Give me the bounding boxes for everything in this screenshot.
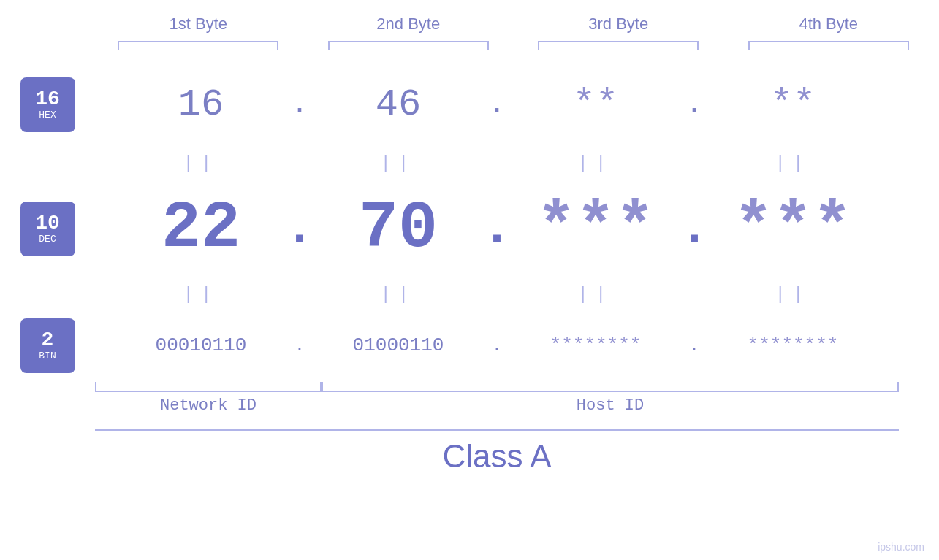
host-id-label: Host ID xyxy=(322,392,899,415)
bin-dot-1: . xyxy=(281,336,318,356)
hex-b4: ** xyxy=(770,83,816,126)
bin-b2: 01000110 xyxy=(353,334,444,356)
dec-dot-3: . xyxy=(676,200,712,258)
bin-badge-number: 2 xyxy=(42,330,54,350)
dec-data-row: 22 . 70 . *** . *** xyxy=(95,181,939,276)
pipe-2-b2: || xyxy=(318,285,479,304)
byte4-label: 4th Byte xyxy=(748,15,909,34)
dec-b2: 70 xyxy=(359,191,438,266)
hex-badge: 16 HEX xyxy=(20,77,75,132)
bin-b4: ******** xyxy=(748,334,839,356)
rows-wrapper: 16 HEX 10 DEC 2 BIN xyxy=(0,64,939,378)
bottom-brackets xyxy=(95,382,899,392)
bracket-1 xyxy=(118,41,278,50)
class-section: Class A xyxy=(95,429,899,475)
hex-b3: ** xyxy=(573,83,618,126)
pipe-1-b1: || xyxy=(121,153,281,173)
dec-badge-label: DEC xyxy=(39,234,56,245)
bin-badge: 2 BIN xyxy=(20,318,75,373)
pipe-2-b3: || xyxy=(515,285,676,304)
bin-dot-3: . xyxy=(676,336,712,356)
dec-b3: *** xyxy=(536,191,655,266)
hex-b1: 16 xyxy=(178,83,224,126)
bracket-4 xyxy=(748,41,909,50)
hex-dot-3: . xyxy=(676,88,712,121)
bin-b1: 00010110 xyxy=(156,334,247,356)
network-id-label: Network ID xyxy=(95,392,322,415)
dec-dot-1: . xyxy=(281,200,318,258)
hex-dot-1: . xyxy=(281,88,318,121)
hex-b2: 46 xyxy=(376,83,421,126)
right-col: 16 . 46 . ** . ** xyxy=(95,64,939,378)
byte1-label: 1st Byte xyxy=(118,15,278,34)
pipe-2-b1: || xyxy=(121,285,281,304)
hex-data-row: 16 . 46 . ** . ** xyxy=(95,64,939,145)
bracket-2 xyxy=(328,41,489,50)
bracket-3 xyxy=(538,41,699,50)
pipe-1-b3: || xyxy=(515,153,676,173)
header-row: 1st Byte 2nd Byte 3rd Byte 4th Byte xyxy=(94,15,934,34)
net-bracket xyxy=(95,382,322,392)
byte2-label: 2nd Byte xyxy=(328,15,489,34)
bin-dot-2: . xyxy=(479,336,515,356)
hex-dot-2: . xyxy=(479,88,515,121)
dec-badge: 10 DEC xyxy=(20,202,75,256)
pipe-2-b4: || xyxy=(712,285,873,304)
dec-dot-2: . xyxy=(479,200,515,258)
pipe-row-1: || || || || xyxy=(95,145,939,181)
bin-data-row: 00010110 . 01000110 . ******** . *******… xyxy=(95,312,939,378)
left-col: 16 HEX 10 DEC 2 BIN xyxy=(0,64,95,378)
dec-badge-number: 10 xyxy=(35,213,60,234)
host-bracket xyxy=(322,382,899,392)
bottom-section: Network ID Host ID Class A xyxy=(0,382,939,475)
hex-badge-label: HEX xyxy=(39,110,56,120)
class-line xyxy=(95,429,899,431)
id-labels: Network ID Host ID xyxy=(95,392,899,415)
watermark: ipshu.com xyxy=(878,541,924,553)
hex-badge-number: 16 xyxy=(35,89,60,110)
top-brackets xyxy=(94,41,934,50)
dec-b4: *** xyxy=(734,191,852,266)
bin-badge-label: BIN xyxy=(39,350,56,361)
pipe-1-b2: || xyxy=(318,153,479,173)
dec-b1: 22 xyxy=(161,191,240,266)
pipe-row-2: || || || || xyxy=(95,276,939,312)
main-container: 1st Byte 2nd Byte 3rd Byte 4th Byte 16 H… xyxy=(0,0,939,560)
pipe-1-b4: || xyxy=(712,153,873,173)
class-label: Class A xyxy=(95,438,899,475)
byte3-label: 3rd Byte xyxy=(538,15,699,34)
bin-b3: ******** xyxy=(550,334,642,356)
